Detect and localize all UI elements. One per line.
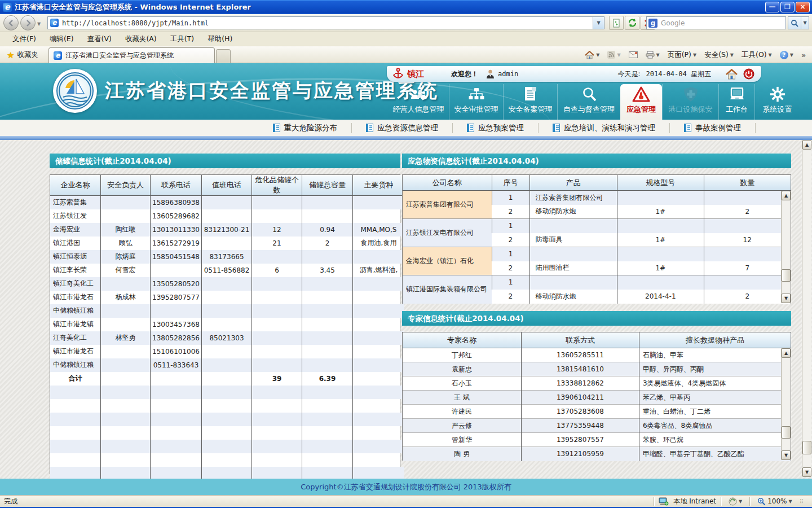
table-cell — [302, 196, 353, 209]
table-cell — [50, 413, 101, 426]
close-button[interactable]: × — [796, 2, 810, 12]
nav-item-label: 系统设置 — [763, 104, 792, 115]
address-input[interactable]: e http://localhost:8080/yjpt/Main.html — [47, 16, 593, 29]
submenu-item-2[interactable]: 应急资源信息管理 — [352, 123, 453, 133]
nav-item-self-inspection[interactable]: 自查与督查管理 — [557, 84, 620, 120]
feeds-button[interactable]: ▼ — [604, 49, 623, 60]
search-input[interactable]: g Google — [646, 16, 786, 29]
refresh-button[interactable] — [625, 16, 639, 30]
menu-item[interactable]: 收藏夹(A) — [118, 33, 164, 45]
scroll-thumb[interactable] — [802, 441, 811, 454]
logout-power-icon[interactable] — [743, 68, 754, 80]
scroll-up-button[interactable]: ▲ — [802, 140, 811, 150]
table-cell — [202, 209, 252, 223]
table-cell: 镇江市港龙镇 — [50, 318, 101, 331]
nav-item-emergency[interactable]: 应急管理 — [620, 84, 662, 120]
scroll-up-button[interactable]: ▲ — [782, 348, 791, 358]
table-cell — [151, 413, 202, 426]
nav-item-settings[interactable]: 系统设置 — [754, 84, 800, 120]
table-cell: 王 斌 — [403, 391, 521, 405]
table-row — [50, 426, 404, 440]
page-scrollbar[interactable]: ▲ ▼ — [802, 140, 811, 477]
table-cell — [529, 247, 617, 261]
menu-item[interactable]: 编辑(E) — [43, 33, 81, 45]
submenu-item-3[interactable]: 应急预案管理 — [453, 123, 539, 133]
scroll-thumb[interactable] — [782, 269, 791, 282]
protected-mode-button[interactable]: ▼ — [726, 496, 745, 507]
favorites-button[interactable]: ★ 收藏夹 — [2, 49, 43, 62]
menu-item[interactable]: 文件(F) — [6, 33, 43, 45]
table-cell: 2 — [492, 205, 529, 219]
read-mail-button[interactable] — [626, 50, 641, 60]
menu-item[interactable]: 帮助(H) — [201, 33, 239, 45]
scroll-up-button[interactable]: ▲ — [782, 191, 791, 200]
submenu-item-1[interactable]: 重大危险源分布 — [259, 123, 352, 133]
new-tab-stub[interactable] — [216, 49, 231, 63]
table-cell: 许建民 — [403, 405, 521, 419]
table-cell — [353, 318, 405, 331]
submenu-item-5[interactable]: 事故案例管理 — [670, 123, 756, 133]
today-label: 今天是: — [617, 69, 640, 79]
home-button[interactable]: ▼ — [582, 49, 602, 61]
scroll-down-button[interactable]: ▼ — [782, 450, 791, 460]
supplies-table-wrap: 公司名称序号产品规格型号数量江苏索普集团有限公司1江苏索普集团有限公司2移动消防… — [402, 174, 791, 304]
help-button[interactable]: ? ▼ — [777, 49, 796, 61]
table-cell: 石小玉 — [403, 376, 521, 391]
table-cell — [50, 453, 101, 467]
back-button[interactable] — [3, 15, 19, 30]
table-cell: 镇江奇美化工 — [50, 277, 101, 291]
nav-item-safety-approval[interactable]: 安全审批管理 — [449, 84, 503, 120]
user-avatar-icon — [486, 69, 495, 79]
address-dropdown-button[interactable]: ▼ — [593, 16, 604, 29]
column-header: 企业名称 — [50, 175, 101, 196]
page-menu[interactable]: 页面(P)▼ — [665, 49, 699, 62]
submenu-item-label: 应急培训、演练和演习管理 — [564, 123, 655, 133]
submenu-item-label: 应急资源信息管理 — [377, 123, 438, 133]
document-icon — [524, 86, 537, 102]
minimize-button[interactable]: — — [765, 2, 779, 12]
forward-button[interactable] — [20, 15, 36, 30]
zoom-control[interactable]: 100% ▼ — [754, 496, 795, 507]
nav-item-port-security[interactable]: 港口设施保安 — [662, 84, 718, 120]
history-dropdown[interactable]: ▼ — [37, 21, 41, 27]
scroll-thumb[interactable] — [782, 426, 791, 439]
supplies-scrollbar[interactable]: ▲ ▼ — [781, 191, 791, 303]
table-cell: 1 — [492, 275, 529, 290]
google-logo-icon: g — [648, 19, 657, 28]
submenu-item-4[interactable]: 应急培训、演练和演习管理 — [539, 123, 670, 133]
menu-item[interactable]: 工具(T) — [164, 33, 201, 45]
table-cell: 2 — [704, 290, 791, 304]
experts-scrollbar[interactable]: ▲ ▼ — [781, 348, 791, 460]
table-cell — [252, 345, 302, 358]
nav-item-label: 工作台 — [726, 104, 748, 115]
scroll-down-button[interactable]: ▼ — [802, 467, 811, 477]
search-go-button[interactable] — [788, 16, 801, 29]
menu-item[interactable]: 查看(V) — [81, 33, 118, 45]
table-row: 镇江市港龙石15106101006 — [50, 345, 404, 358]
scroll-down-button[interactable]: ▼ — [782, 294, 791, 303]
overflow-chevron[interactable]: » — [798, 49, 809, 61]
table-cell: 江苏镇江发 — [50, 209, 101, 223]
table-cell — [617, 247, 704, 261]
nav-item-operator-info[interactable]: 经营人信息管理 — [388, 84, 449, 120]
table-cell — [353, 413, 405, 426]
table-cell — [151, 399, 202, 413]
nav-item-safety-filing[interactable]: 安全备案管理 — [503, 84, 557, 120]
table-cell — [202, 399, 252, 413]
nav-item-workbench[interactable]: 工作台 — [718, 84, 754, 120]
restore-button[interactable]: ❐ — [780, 2, 795, 12]
compatibility-view-button[interactable] — [609, 16, 624, 30]
resize-grip[interactable]: ⠿ — [800, 498, 804, 505]
browser-tab[interactable]: e 江苏省港口安全监管与应急管理系统 — [48, 47, 215, 63]
print-button[interactable]: ▼ — [643, 49, 663, 60]
table-cell — [353, 467, 405, 480]
table-cell: 顾弘 — [101, 237, 151, 250]
table-cell — [302, 291, 353, 304]
table-cell — [704, 247, 791, 261]
safety-menu[interactable]: 安全(S)▼ — [701, 49, 736, 62]
table-row: 镇江市港龙镇13003457368 — [50, 318, 404, 331]
table-cell — [151, 386, 202, 399]
search-options-dropdown[interactable]: ▼ — [801, 16, 809, 29]
home-shortcut-icon[interactable] — [726, 69, 738, 80]
tools-menu[interactable]: 工具(O)▼ — [739, 49, 775, 62]
